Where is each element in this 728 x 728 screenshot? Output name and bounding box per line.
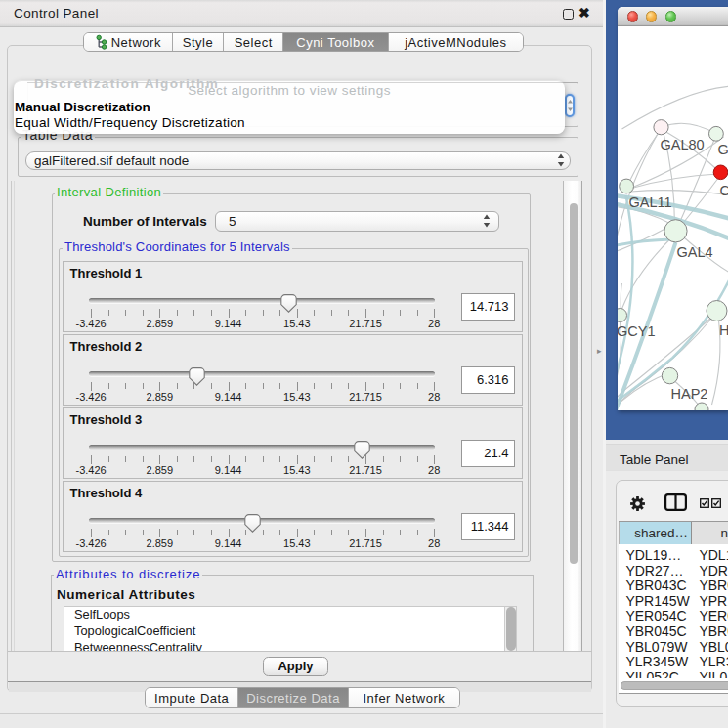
svg-text:CO: CO: [719, 183, 728, 198]
svg-text:GCY1: GCY1: [618, 323, 656, 339]
svg-text:HA: HA: [719, 322, 728, 338]
svg-text:GAL80: GAL80: [660, 137, 704, 152]
svg-text:GAL4: GAL4: [676, 244, 712, 260]
svg-text:GAL11: GAL11: [628, 194, 671, 210]
svg-text:HAP2: HAP2: [670, 386, 707, 402]
svg-text:GA: GA: [717, 142, 728, 157]
